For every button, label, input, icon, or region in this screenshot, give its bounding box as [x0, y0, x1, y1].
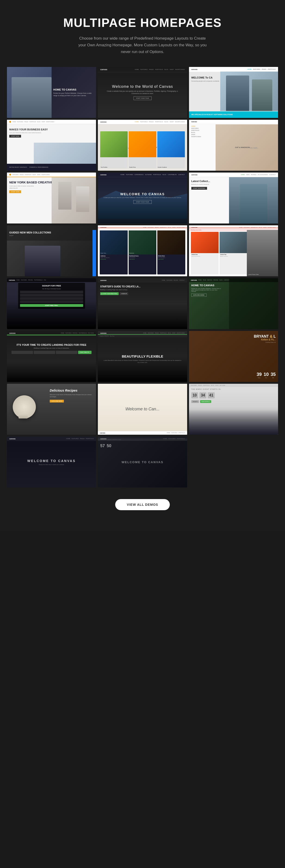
demo-brand: canvas: [9, 438, 15, 440]
demo-item[interactable]: canvas HOME FEATURES PAGES PORTFOLIO BLO…: [98, 67, 187, 118]
demo-heading: GUIDED NEW MEN COLLECTIONS: [9, 231, 92, 234]
form-field-password[interactable]: [20, 300, 83, 303]
badge-performance: POWERFUL PERFORMANCE: [29, 166, 48, 168]
demo-brand: canvas: [100, 279, 106, 281]
form-field-phone[interactable]: [20, 297, 83, 300]
demo-heading: Welcome to the World of Canvas: [105, 85, 180, 89]
demo-cta-button[interactable]: START NOW: [9, 135, 21, 137]
demo-cta-button[interactable]: ▶ START YOUR FREE TRIAL: [100, 292, 118, 295]
form-submit-button[interactable]: START FREE TR...: [78, 351, 92, 354]
demo-item[interactable]: canvas HOME FEATURES PAGES PORTFOLIO BLO…: [98, 331, 187, 382]
countdown-num1: 57: [100, 443, 105, 448]
form-title: SIGNUP FOR FREE: [20, 285, 83, 287]
demo-item[interactable]: HOME SALE VISION CONTACT GUIDED NEW MEN …: [7, 225, 96, 276]
countdown-hrs: 34: [201, 393, 205, 397]
demo-text: Brilliantly & smartly designed.: [191, 183, 226, 185]
badge-retina: RETINA READY GRAPHICS: [9, 166, 27, 168]
form-subtitle: Get 30 Days Unlimited Access: [20, 288, 83, 289]
demo-item[interactable]: canvas HOME FEATURES PRICING TESTIMONIAL…: [7, 278, 96, 329]
demo-item[interactable]: canvas HOME NEW WOMEN ACCESSORIES CONTAC…: [189, 173, 278, 223]
demo-heading: THE WWDC EVENT STARTS IN:: [191, 389, 221, 390]
demo-heading: WELCOME TO CANVAS: [11, 459, 92, 463]
demo-item[interactable]: canvas HOME FEATURES PORTFOLIO CURRENTLY…: [98, 437, 187, 488]
demo-text: Perfect for your Perfect Website. Choose…: [53, 92, 93, 97]
demo-heading: Delicious Recipes: [50, 389, 94, 393]
demo-subtext: Olio madis...: [250, 147, 259, 149]
demo-item[interactable]: FEATURES PAGES PORTFOLIO BLOG SHOP SHORT…: [7, 173, 96, 223]
demo-item[interactable]: canvas HOME TEAM SERVICE PRICING BLOG CO…: [189, 278, 278, 329]
demo-text: Perfect for your Perfect Website. Choose…: [191, 288, 221, 292]
form-field-email[interactable]: [20, 294, 83, 297]
demo-cta-button[interactable]: START YOUR TOUR: [134, 97, 151, 100]
demo-item[interactable]: FEATURES PAGES PORTFOLIO BLOG SHOP BUY N…: [189, 384, 278, 435]
header-section: MULTIPAGE HOMEPAGES Choose from our wide…: [5, 9, 280, 67]
tickets-button[interactable]: TICKETS: [191, 400, 199, 403]
demo-item[interactable]: canvas HOME PORTFOLIO BLOG SHOP HOME TO …: [7, 67, 96, 118]
demo-heading: Welcome to Can...: [103, 406, 183, 412]
demo-brand-name: CAT & MADISON: [235, 146, 250, 149]
demo-cta-button[interactable]: EXPLORE MORE: [191, 293, 207, 297]
countdown-hours: 10: [264, 372, 269, 377]
demo-heading: WELCOME To CA: [191, 76, 227, 79]
demo-item[interactable]: Canvas HOME FEATURES PORTFOLIO BLOG SHOP…: [189, 120, 278, 171]
demo-cta-button[interactable]: START YOUR TOUR: [134, 200, 151, 204]
demo-brand: canvas: [191, 68, 198, 70]
demo-heading: WELCOME TO CANVAS: [103, 192, 183, 196]
demo-cta-button[interactable]: EXPLORE NOW: [50, 400, 64, 403]
page-wrapper: MULTIPAGE HOMEPAGES Choose from our wide…: [0, 0, 285, 531]
demo-text: Building a Landing Page was never so Eas…: [100, 289, 185, 290]
demo-brand: canvas: [100, 332, 106, 334]
demo-text: Create just what you need for your Perfe…: [103, 197, 183, 198]
demo-brand: canvas: [100, 121, 106, 123]
form-submit-button[interactable]: START FREE TRIAL: [20, 304, 83, 307]
demo-text: Create a website that you can quickly se…: [105, 90, 180, 95]
demo-heading: WELCOME TO CANVAS: [103, 460, 183, 464]
demo-item[interactable]: canvas HOME FEATURES PAGES PORTFOLIO BLO…: [98, 120, 187, 171]
demo-text: shopUP: [9, 235, 92, 236]
countdown-num2: 50: [107, 443, 111, 448]
demo-text: Turn your Awesome idea into a star-testf…: [9, 132, 48, 133]
demo-text: Lorem ipsum dolor sit amet, consectetur …: [9, 185, 37, 189]
read-details-button[interactable]: READ DETAILS: [200, 400, 211, 403]
countdown-days: 39: [256, 372, 262, 377]
demo-heading: BRYANT & L: [254, 334, 276, 339]
demo-text: Simply the best way to build your websit…: [11, 464, 92, 465]
demo-secondary-button[interactable]: ✦ SIGN UP: [119, 292, 129, 295]
demo-item[interactable]: canvas HOME FEATURES BILLING CONTACT STA…: [98, 278, 187, 329]
countdown-mins: 35: [271, 372, 276, 377]
demo-heading: HOME TO CANVAS: [53, 88, 93, 91]
demo-item[interactable]: canvas HOME FEATURES PAGES PORTFOLIO BLO…: [98, 225, 187, 276]
form-field-1[interactable]: [11, 351, 33, 354]
page-title: MULTIPAGE HOMEPAGES: [9, 16, 276, 29]
demo-brand: canvas: [9, 332, 15, 334]
demo-cta-button[interactable]: START NOW: [9, 190, 21, 193]
countdown-mins: 41: [209, 393, 213, 397]
demo-item[interactable]: canvas HOME FEATURES EXPERIENCE AUTHORS …: [98, 173, 187, 223]
demo-text: Building a Landing Page was never so Eas…: [11, 347, 92, 349]
demo-item[interactable]: BRYANT & L Kellam & Pu... Coming Soon on…: [189, 331, 278, 382]
demo-cta-button[interactable]: START SHOPPING: [191, 187, 207, 190]
demo-heading: IT'S YOUR TIME TO CREATE LANDING PAGES F…: [11, 343, 92, 346]
demos-grid: canvas HOME PORTFOLIO BLOG SHOP HOME TO …: [5, 67, 280, 488]
demo-item[interactable]: Welcome to Can... canvas HOME FEATURES P…: [98, 384, 187, 435]
form-field-3[interactable]: [56, 351, 77, 354]
view-all-button[interactable]: VIEW ALL DEMOS: [115, 499, 170, 510]
form-field-2[interactable]: [34, 351, 55, 354]
demo-item[interactable]: canvas HOME FEATURES PAGES PORTFOLIO WEL…: [189, 67, 278, 118]
demo-text: Connecting people and companies worldwid…: [191, 80, 227, 82]
demo-heading: STARTER'S GUIDE TO CREATE LA...: [100, 285, 185, 288]
view-all-section: VIEW ALL DEMOS: [5, 488, 280, 517]
demo-item[interactable]: HOME FEATURES PAGES PORTFOLIO BLOG SHOP …: [7, 120, 96, 171]
demo-tagline: WE SPECIALIZE IN ROBUST SOFTWARE SOLUTIO…: [191, 114, 233, 115]
demo-text: Welcome to the Home of Absolutely Fresh …: [50, 394, 94, 398]
demo-item[interactable]: canvas HOME FEATURES PORTFOLIO BLOG SHOP…: [189, 225, 278, 276]
form-field-name[interactable]: [20, 291, 83, 293]
demo-brand: canvas: [100, 174, 106, 176]
page-subtitle: Choose from our wide range of Predefined…: [75, 35, 210, 55]
demo-heading: HOME TO CANVAS: [191, 284, 276, 287]
demo-item[interactable]: Delicious Recipes Welcome to the Home of…: [7, 384, 96, 435]
demo-subheading: Kellam & Pu...: [254, 338, 276, 341]
demo-item[interactable]: canvas HOME FEATURES PAGES PORTFOLIO WEL…: [7, 437, 96, 488]
demo-brand: canvas: [191, 174, 198, 176]
demo-item[interactable]: canvas HOME FEATURES PRICING TESTIMONIAL…: [7, 331, 96, 382]
